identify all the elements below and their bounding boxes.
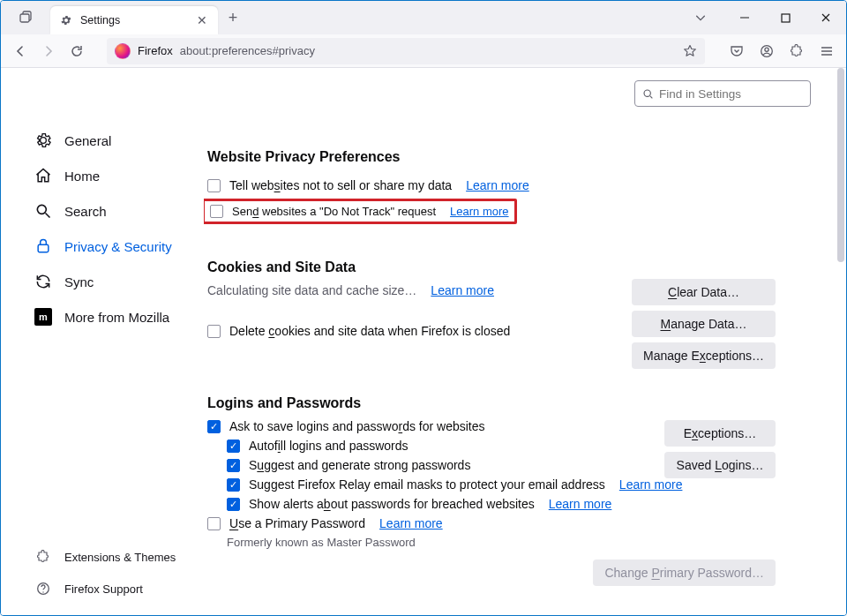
learn-more-link[interactable]: Learn more	[466, 178, 529, 192]
sidebar-item-label: Firefox Support	[64, 582, 143, 596]
svg-rect-0	[20, 14, 29, 22]
learn-more-link[interactable]: Learn more	[450, 205, 508, 218]
sidebar-item-label: Sync	[64, 274, 94, 289]
sidebar-item-label: General	[64, 133, 111, 148]
tab-settings[interactable]: Settings ✕	[50, 6, 218, 34]
checkbox-ask-save[interactable]: ✓	[207, 420, 221, 433]
checkbox-primary-password[interactable]	[207, 517, 221, 530]
sidebar-item-more[interactable]: m More from Mozilla	[1, 299, 204, 334]
formerly-label: Formerly known as Master Password	[227, 536, 416, 549]
logins-heading: Logins and Passwords	[207, 395, 811, 411]
logins-exceptions-button[interactable]: Exceptions…	[664, 420, 776, 447]
checkbox-breach[interactable]: ✓	[227, 498, 240, 511]
manage-exceptions-button[interactable]: Manage Exceptions…	[632, 342, 776, 369]
puzzle-icon	[34, 548, 52, 566]
tabs-icon	[19, 11, 33, 25]
saved-logins-button[interactable]: Saved Logins…	[664, 452, 776, 478]
sidebar-item-general[interactable]: General	[1, 123, 204, 158]
svg-point-9	[42, 591, 43, 592]
cookies-heading: Cookies and Site Data	[207, 259, 811, 275]
reload-icon	[70, 44, 84, 58]
settings-search-input[interactable]	[659, 87, 808, 101]
sync-icon	[34, 273, 52, 290]
forward-button[interactable]	[34, 37, 63, 65]
scrollbar[interactable]	[837, 68, 844, 262]
close-window-button[interactable]	[806, 1, 846, 34]
pocket-button[interactable]	[723, 37, 751, 65]
cookies-calc: Calculating site data and cache size…	[207, 283, 416, 297]
url-bar[interactable]: Firefox about:preferences#privacy	[107, 38, 705, 64]
checkbox-autofill[interactable]: ✓	[227, 439, 240, 453]
learn-more-link[interactable]: Learn more	[619, 477, 683, 492]
settings-search[interactable]	[634, 80, 811, 107]
checkbox-suggest-strong[interactable]: ✓	[227, 459, 240, 472]
sidebar-extensions[interactable]: Extensions & Themes	[1, 541, 204, 573]
learn-more-link[interactable]: Learn more	[549, 497, 612, 511]
home-icon	[34, 167, 52, 184]
checkbox-label: Ask to save logins and passwords for web…	[229, 419, 485, 433]
puzzle-icon	[790, 44, 804, 58]
maximize-button[interactable]	[765, 1, 806, 34]
recent-tabs-button[interactable]	[1, 1, 50, 34]
account-icon	[760, 44, 774, 58]
arrow-left-icon	[13, 44, 27, 58]
highlight-box: Send websites a "Do Not Track" request L…	[204, 199, 517, 224]
help-icon	[34, 580, 52, 597]
mozilla-icon: m	[34, 308, 52, 326]
learn-more-link[interactable]: Learn more	[431, 283, 494, 297]
checkbox-label: Tell websites not to sell or share my da…	[229, 178, 452, 192]
sidebar: General Home Search Privacy & Security S…	[1, 68, 204, 615]
checkbox-label: Send websites a "Do Not Track" request	[232, 205, 436, 218]
chevron-down-icon	[694, 11, 707, 24]
sidebar-support[interactable]: Firefox Support	[1, 573, 204, 605]
main-content: Website Privacy Preferences Tell website…	[204, 68, 846, 615]
search-icon	[642, 88, 654, 100]
extensions-button[interactable]	[783, 37, 811, 65]
tab-label: Settings	[80, 14, 195, 26]
sidebar-item-label: Privacy & Security	[64, 239, 172, 254]
sidebar-item-search[interactable]: Search	[1, 193, 204, 229]
checkbox-label: Show alerts about passwords for breached…	[249, 497, 535, 511]
search-icon	[34, 202, 52, 220]
firefox-icon	[115, 43, 131, 59]
svg-rect-2	[782, 14, 790, 22]
sidebar-item-home[interactable]: Home	[1, 158, 204, 193]
svg-point-10	[644, 90, 650, 96]
checkbox-delete-close[interactable]	[207, 325, 221, 338]
learn-more-link[interactable]: Learn more	[379, 516, 443, 530]
back-button[interactable]	[6, 37, 34, 65]
tabs-dropdown-button[interactable]	[694, 11, 724, 24]
account-button[interactable]	[753, 37, 781, 65]
bookmark-button[interactable]	[683, 44, 697, 58]
svg-point-4	[765, 48, 768, 51]
svg-point-5	[37, 205, 46, 214]
sidebar-item-label: Home	[64, 169, 100, 184]
gear-icon	[34, 131, 52, 149]
close-tab-button[interactable]: ✕	[195, 13, 209, 27]
svg-line-6	[46, 214, 50, 218]
privacy-heading: Website Privacy Preferences	[207, 149, 811, 165]
new-tab-button[interactable]: +	[218, 9, 248, 27]
checkbox-dont-sell[interactable]	[207, 179, 221, 192]
checkbox-dnt[interactable]	[210, 205, 223, 218]
manage-data-button[interactable]: Manage Data…	[632, 311, 776, 337]
reload-button[interactable]	[63, 37, 91, 65]
checkbox-label: Autofill logins and passwords	[249, 439, 409, 453]
checkbox-label: Use a Primary Password	[229, 516, 365, 530]
minimize-button[interactable]	[724, 1, 765, 34]
change-primary-button: Change Primary Password…	[593, 560, 776, 586]
svg-line-11	[650, 95, 652, 97]
gear-icon	[59, 13, 73, 27]
identity-label: Firefox	[138, 44, 173, 57]
checkbox-relay[interactable]: ✓	[227, 478, 240, 492]
sidebar-item-sync[interactable]: Sync	[1, 264, 204, 299]
lock-icon	[34, 237, 52, 255]
pocket-icon	[730, 44, 744, 58]
menu-button[interactable]	[813, 37, 841, 65]
clear-data-button[interactable]: Clear Data…	[632, 279, 776, 305]
checkbox-label: Suggest and generate strong passwords	[249, 458, 470, 472]
sidebar-item-label: More from Mozilla	[64, 310, 169, 325]
url-text: about:preferences#privacy	[180, 44, 676, 57]
sidebar-item-privacy[interactable]: Privacy & Security	[1, 229, 204, 264]
checkbox-label: Suggest Firefox Relay email masks to pro…	[249, 477, 605, 492]
